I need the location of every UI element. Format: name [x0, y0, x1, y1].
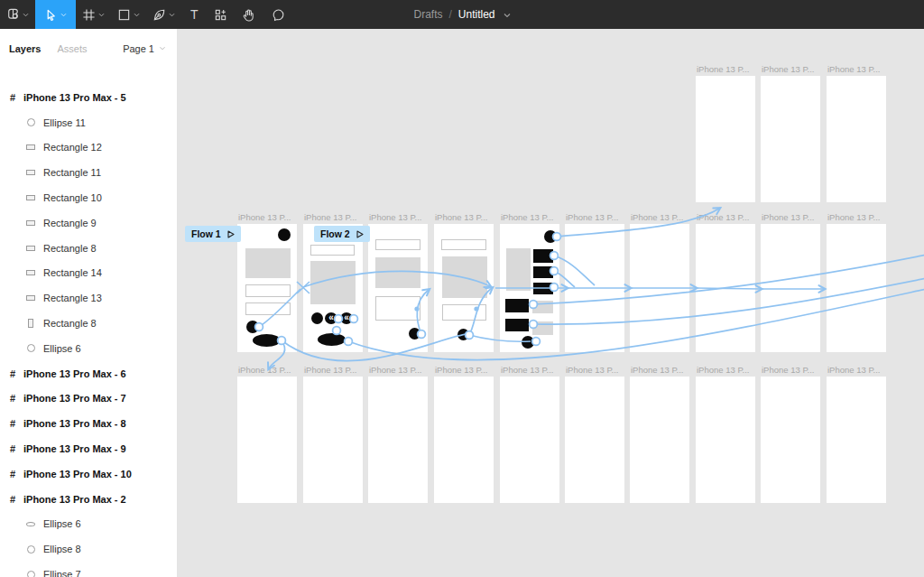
wireframe-gray[interactable]: [532, 301, 553, 313]
frame-label[interactable]: iPhone 13 P...: [762, 212, 814, 222]
canvas[interactable]: iPhone 13 P...iPhone 13 P...iPhone 13 P.…: [178, 29, 924, 577]
layer-row[interactable]: Ellipse 8: [0, 536, 176, 562]
frame-label[interactable]: iPhone 13 P...: [566, 212, 618, 222]
layer-row[interactable]: Rectangle 9: [0, 210, 176, 236]
frame-label[interactable]: iPhone 13 P...: [566, 365, 618, 375]
layer-row[interactable]: Rectangle 14: [0, 261, 176, 286]
canvas-frame[interactable]: iPhone 13 P...: [827, 76, 886, 202]
canvas-frame[interactable]: iPhone 13 P...: [565, 377, 624, 503]
layer-row[interactable]: Ellipse 7: [0, 562, 176, 577]
canvas-frame[interactable]: iPhone 13 P...: [565, 224, 624, 352]
canvas-frame[interactable]: iPhone 13 P...: [696, 76, 755, 202]
main-menu-button[interactable]: [0, 0, 35, 29]
wireframe-cres[interactable]: [340, 312, 353, 324]
wireframe-outline[interactable]: [245, 284, 291, 297]
canvas-frame[interactable]: iPhone 13 P...: [761, 377, 820, 503]
layer-row-frame[interactable]: #iPhone 13 Pro Max - 6: [0, 361, 176, 386]
canvas-frame[interactable]: iPhone 13 P...: [368, 224, 428, 352]
breadcrumb-project[interactable]: Drafts: [413, 8, 442, 21]
layer-row[interactable]: Rectangle 11: [0, 160, 176, 185]
frame-tool-button[interactable]: [76, 0, 111, 29]
canvas-frame[interactable]: iPhone 13 P...: [303, 377, 363, 503]
text-tool-button[interactable]: T: [181, 0, 208, 29]
frame-label[interactable]: iPhone 13 P...: [762, 64, 814, 74]
canvas-frame[interactable]: iPhone 13 P...: [434, 224, 494, 352]
wireframe-outline[interactable]: [310, 245, 355, 256]
canvas-frame[interactable]: iPhone 13 P...: [237, 377, 297, 503]
frame-label[interactable]: iPhone 13 P...: [631, 212, 683, 222]
wireframe-moon[interactable]: [409, 328, 420, 340]
canvas-frame[interactable]: iPhone 13 P...: [696, 377, 755, 503]
layer-row[interactable]: Rectangle 13: [0, 285, 176, 311]
layer-row[interactable]: Ellipse 6: [0, 336, 176, 361]
canvas-frame[interactable]: iPhone 13 P...: [696, 224, 755, 352]
flow-badge[interactable]: Flow 2: [314, 226, 370, 242]
frame-label[interactable]: iPhone 13 P...: [501, 212, 553, 222]
canvas-frame[interactable]: iPhone 13 P...: [827, 377, 886, 503]
wireframe-outline[interactable]: [441, 239, 486, 250]
canvas-frame[interactable]: iPhone 13 P...: [827, 224, 886, 352]
resources-tool-button[interactable]: [208, 0, 234, 29]
layer-row[interactable]: Ellipse 11: [0, 110, 176, 135]
wireframe-black[interactable]: [505, 319, 529, 331]
frame-label[interactable]: iPhone 13 P...: [697, 365, 749, 375]
frame-label[interactable]: iPhone 13 P...: [435, 365, 487, 375]
wireframe-moon[interactable]: [457, 329, 469, 340]
canvas-frame[interactable]: iPhone 13 P...: [761, 76, 820, 202]
play-icon[interactable]: [227, 230, 235, 238]
frame-label[interactable]: iPhone 13 P...: [631, 365, 683, 375]
frame-label[interactable]: iPhone 13 P...: [369, 212, 421, 222]
frame-label[interactable]: iPhone 13 P...: [697, 212, 749, 222]
play-icon[interactable]: [356, 230, 364, 238]
layer-row-frame[interactable]: #iPhone 13 Pro Max - 7: [0, 386, 176, 412]
layer-row-frame[interactable]: #iPhone 13 Pro Max - 9: [0, 436, 176, 461]
wireframe-black[interactable]: [505, 299, 529, 312]
frame-label[interactable]: iPhone 13 P...: [827, 212, 880, 222]
canvas-frame[interactable]: iPhone 13 P...: [630, 224, 689, 352]
layer-row-frame[interactable]: #iPhone 13 Pro Max - 8: [0, 411, 176, 436]
frame-label[interactable]: iPhone 13 P...: [238, 365, 291, 375]
frame-label[interactable]: iPhone 13 P...: [501, 365, 553, 375]
wireframe-gray[interactable]: [442, 256, 487, 298]
wireframe-gray[interactable]: [310, 261, 356, 304]
wireframe-gray[interactable]: [245, 248, 291, 278]
frame-label[interactable]: iPhone 13 P...: [304, 212, 356, 222]
layer-row-frame[interactable]: #iPhone 13 Pro Max - 10: [0, 461, 176, 487]
frame-label[interactable]: iPhone 13 P...: [762, 365, 814, 375]
tab-layers[interactable]: Layers: [9, 43, 41, 54]
canvas-frame[interactable]: iPhone 13 P...: [434, 377, 494, 503]
layer-row-frame[interactable]: #iPhone 13 Pro Max - 2: [0, 487, 176, 512]
wireframe-outline[interactable]: [245, 302, 291, 315]
wireframe-outline[interactable]: [375, 239, 420, 250]
wireframe-moon[interactable]: [522, 336, 534, 349]
layer-row[interactable]: Rectangle 8: [0, 311, 176, 336]
wireframe-black[interactable]: [533, 249, 553, 263]
canvas-frame[interactable]: iPhone 13 P...: [237, 224, 297, 352]
file-menu-chevron-icon[interactable]: [504, 8, 511, 21]
wireframe-ellipse[interactable]: [253, 334, 281, 347]
wireframe-outline[interactable]: [375, 296, 420, 321]
frame-label[interactable]: iPhone 13 P...: [435, 212, 487, 222]
wireframe-circle[interactable]: [278, 228, 291, 241]
shape-tool-button[interactable]: [111, 0, 146, 29]
wireframe-cres[interactable]: [325, 312, 337, 324]
canvas-frame[interactable]: iPhone 13 P...: [761, 224, 820, 352]
wireframe-gray[interactable]: [375, 257, 420, 288]
comment-tool-button[interactable]: [263, 0, 293, 29]
layer-row[interactable]: Rectangle 8: [0, 236, 176, 261]
frame-label[interactable]: iPhone 13 P...: [827, 64, 880, 74]
wireframe-black[interactable]: [533, 283, 553, 294]
wireframe-black[interactable]: [533, 266, 553, 278]
tab-assets[interactable]: Assets: [57, 43, 87, 54]
frame-label[interactable]: iPhone 13 P...: [369, 365, 421, 375]
wireframe-moon[interactable]: [544, 230, 557, 243]
frame-label[interactable]: iPhone 13 P...: [304, 365, 356, 375]
layer-row[interactable]: Ellipse 6: [0, 512, 176, 537]
canvas-frame[interactable]: iPhone 13 P...: [500, 377, 559, 503]
page-selector[interactable]: Page 1: [123, 43, 166, 54]
flow-badge[interactable]: Flow 1: [185, 226, 241, 242]
wireframe-ellipse[interactable]: [318, 333, 346, 346]
frame-label[interactable]: iPhone 13 P...: [697, 64, 749, 74]
canvas-frame[interactable]: iPhone 13 P...: [303, 224, 363, 352]
canvas-frame[interactable]: iPhone 13 P...: [630, 377, 689, 503]
